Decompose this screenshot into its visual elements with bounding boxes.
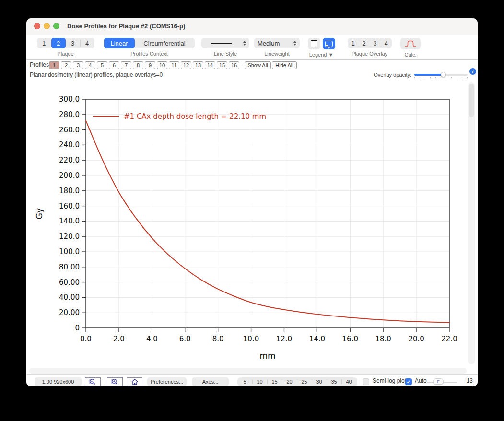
overlay-segment-3[interactable]: 3 (370, 38, 381, 48)
plaque-segmented: 1234 (37, 38, 94, 48)
window-title: Dose Profiles for Plaque #2 (COMS16-p) (67, 18, 185, 34)
overlay-segment-4[interactable]: 4 (381, 38, 392, 48)
zoom-in-icon (110, 378, 120, 385)
chart-x-tick-label: 20.0 (408, 335, 424, 343)
tick-option-40[interactable]: 40 (341, 377, 356, 386)
line-style-swatch-icon (211, 43, 232, 44)
auto-checkbox[interactable]: ✓ (405, 378, 412, 385)
chart-ylabel: Gy (35, 208, 44, 219)
overlay-opacity-label: Overlay opacity: (374, 70, 411, 80)
scale-indicator[interactable]: 1.00 920x600 (35, 377, 82, 386)
context-segment-linear[interactable]: Linear (104, 38, 135, 48)
hide-all-button[interactable]: Hide All (272, 61, 297, 69)
calc-label: Calc. (404, 52, 416, 58)
profile-button-13[interactable]: 13 (193, 61, 203, 69)
tick-option-25[interactable]: 25 (297, 377, 312, 386)
tick-option-35[interactable]: 35 (327, 377, 341, 386)
zoom-out-button[interactable] (85, 377, 101, 386)
plaque-overlay-group: 1234 Plaque Overlay (347, 38, 392, 57)
overlay-segment-1[interactable]: 1 (348, 38, 359, 48)
chart-x-tick-label: 16.0 (342, 335, 358, 343)
status-message: Planar dosimetry (linear) profiles, plaq… (30, 70, 163, 80)
axes-button[interactable]: Axes... (192, 377, 229, 386)
profiles-context-label: Profiles Context (130, 51, 168, 57)
tick-count-segmented: 510152025303540 (237, 377, 357, 386)
profile-button-1[interactable]: 1 (49, 61, 59, 69)
preferences-button[interactable]: Preferences... (147, 377, 187, 386)
horizontal-scrollbar[interactable] (29, 368, 467, 374)
profile-button-14[interactable]: 14 (205, 61, 215, 69)
chart-y-tick-label: 260.0 (59, 126, 80, 134)
chart-y-tick-label: 20.00 (59, 308, 80, 317)
show-all-button[interactable]: Show All (245, 61, 271, 69)
vertical-scrollbar-thumb[interactable] (469, 84, 474, 117)
overlay-opacity-slider[interactable] (414, 74, 468, 76)
zoom-in-button[interactable] (107, 377, 123, 386)
home-view-button[interactable] (127, 377, 142, 386)
plaque-segment-1[interactable]: 1 (37, 38, 51, 48)
plaque-overlay-label: Plaque Overlay (352, 51, 387, 57)
profile-button-10[interactable]: 10 (157, 61, 167, 69)
bottom-toolbar: 1.00 920x600 Pre (26, 374, 478, 386)
profile-button-11[interactable]: 11 (169, 61, 179, 69)
empty-square-icon (311, 40, 317, 47)
tick-option-15[interactable]: 15 (267, 377, 282, 386)
dose-profile-chart: 020.0040.0060.0080.00100.0120.0140.0160.… (26, 80, 478, 367)
profile-button-4[interactable]: 4 (85, 61, 95, 69)
vertical-scrollbar[interactable] (468, 82, 475, 364)
profile-button-5[interactable]: 5 (97, 61, 107, 69)
chart-y-tick-label: 60.00 (59, 278, 80, 287)
plaque-group: 1234 Plaque (36, 38, 94, 57)
profile-button-12[interactable]: 12 (181, 61, 191, 69)
chart-y-tick-label: 160.0 (59, 202, 80, 210)
overlay-opacity-thumb[interactable] (441, 72, 446, 77)
close-button[interactable] (34, 23, 40, 29)
profile-button-9[interactable]: 9 (145, 61, 155, 69)
tick-option-10[interactable]: 10 (252, 377, 267, 386)
overlay-segment-2[interactable]: 2 (359, 38, 370, 48)
profile-button-15[interactable]: 15 (217, 61, 227, 69)
tick-option-30[interactable]: 30 (312, 377, 327, 386)
profile-button-3[interactable]: 3 (73, 61, 83, 69)
legend-group: Legend ▼ (307, 38, 335, 58)
profile-button-2[interactable]: 2 (61, 61, 71, 69)
top-toolbar: 1234 Plaque LinearCircumferential Profil… (26, 35, 478, 59)
chart-x-tick-label: 0.0 (80, 335, 92, 343)
overlay-opacity-fill (414, 74, 444, 76)
tick-option-5[interactable]: 5 (237, 377, 252, 386)
plaque-group-label: Plaque (57, 51, 73, 57)
semilog-checkbox[interactable] (363, 378, 369, 385)
info-icon[interactable]: i (469, 68, 476, 75)
chart-area: 020.0040.0060.0080.00100.0120.0140.0160.… (26, 80, 478, 367)
line-style-group: Line Style (201, 38, 249, 57)
chevron-up-down-icon (239, 41, 246, 46)
profile-button-16[interactable]: 16 (229, 61, 239, 69)
profile-button-6[interactable]: 6 (109, 61, 119, 69)
chart-y-tick-label: 120.0 (59, 232, 80, 241)
chart-y-tick-label: 80.00 (59, 263, 80, 271)
title-bar[interactable]: Dose Profiles for Plaque #2 (COMS16-p) (26, 18, 478, 35)
legend-position-icon (325, 41, 333, 47)
chart-y-tick-label: 220.0 (59, 156, 80, 164)
zoom-button[interactable] (53, 23, 59, 29)
chart-x-tick-label: 2.0 (113, 335, 125, 343)
plaque-segment-2[interactable]: 2 (51, 38, 66, 48)
lineweight-select[interactable]: Medium (254, 38, 300, 48)
plaque-segment-4[interactable]: 4 (80, 38, 94, 48)
legend-position-button[interactable] (323, 38, 335, 49)
profiles-context-segmented: LinearCircumferential (104, 38, 195, 48)
profile-button-8[interactable]: 8 (133, 61, 143, 69)
plaque-segment-3[interactable]: 3 (66, 38, 80, 48)
minimize-button[interactable] (44, 23, 50, 29)
profile-button-7[interactable]: 7 (121, 61, 131, 69)
f-slider-thumb[interactable]: F (433, 378, 444, 385)
context-segment-circumferential[interactable]: Circumferential (135, 38, 195, 48)
lineweight-value: Medium (258, 40, 280, 47)
profiles-bar-label: Profiles: (30, 60, 50, 70)
chart-xlabel: mm (259, 351, 275, 361)
line-style-select[interactable] (201, 38, 249, 48)
calc-button[interactable] (400, 38, 421, 49)
legend-off-button[interactable] (308, 38, 320, 49)
semilog-label: Semi-log plot (373, 375, 406, 386)
tick-option-20[interactable]: 20 (282, 377, 297, 386)
